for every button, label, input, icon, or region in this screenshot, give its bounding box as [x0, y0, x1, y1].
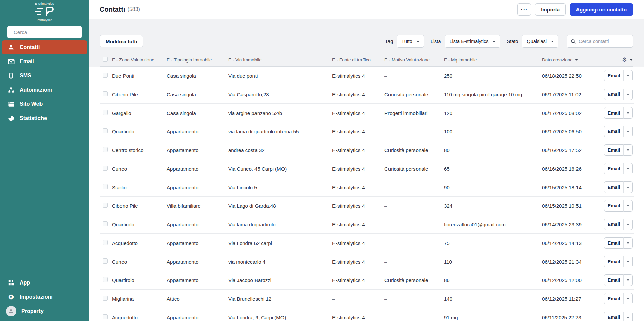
table-row[interactable]: Cuneo Appartamento Via Cuneo, 45 Carpi (… — [100, 159, 634, 178]
sidebar-item-email[interactable]: Email — [2, 54, 87, 69]
email-dropdown-button[interactable] — [623, 293, 633, 304]
table-row[interactable]: Due Ponti Casa singola Via due ponti E-s… — [100, 67, 634, 85]
email-button[interactable]: Email — [604, 219, 624, 230]
row-checkbox[interactable] — [103, 221, 108, 226]
email-button[interactable]: Email — [604, 237, 624, 249]
cell-data-creazione: 06/15/2025 18:14 — [541, 184, 601, 190]
select-all-checkbox[interactable] — [103, 57, 108, 62]
cell-zona-valutazione: Acquedotto — [111, 315, 165, 320]
email-dropdown-button[interactable] — [623, 256, 633, 267]
column-header-tipologia[interactable]: E - Tipologia Immobile — [165, 57, 227, 63]
column-header-mq[interactable]: E - Mq immobile — [442, 57, 541, 63]
email-dropdown-button[interactable] — [623, 107, 633, 119]
email-button[interactable]: Email — [604, 70, 624, 81]
row-checkbox[interactable] — [103, 203, 108, 208]
column-settings-gear-icon[interactable]: ⚙ — [622, 57, 627, 63]
contact-search[interactable] — [567, 35, 633, 48]
row-checkbox[interactable] — [103, 296, 108, 301]
pie-chart-icon — [8, 115, 15, 121]
email-button[interactable]: Email — [604, 312, 624, 321]
column-header-fonte[interactable]: E - Fonte di traffico — [331, 57, 383, 63]
table-row[interactable]: Cibeno Pile Villa bifamiliare Via Lago d… — [100, 197, 634, 215]
email-split-button: Email — [604, 274, 633, 286]
tag-filter-select[interactable]: Tutto — [397, 35, 424, 48]
status-filter-select[interactable]: Qualsiasi — [522, 35, 558, 48]
column-header-via[interactable]: E - Via Immobile — [227, 57, 331, 63]
email-button[interactable]: Email — [604, 293, 624, 304]
email-button[interactable]: Email — [604, 256, 624, 267]
email-button[interactable]: Email — [604, 107, 624, 119]
email-button[interactable]: Email — [604, 274, 624, 286]
sidebar-item-sito-web[interactable]: Sito Web — [2, 97, 87, 111]
table-row[interactable]: Quartirolo Appartamento Via lama di quar… — [100, 215, 634, 234]
import-button[interactable]: Importa — [535, 3, 566, 16]
sidebar: E-stimalytics Portalytics Contatti Email… — [0, 0, 89, 321]
email-button[interactable]: Email — [604, 200, 624, 212]
table-row[interactable]: Gargallo Casa singola via argine panzano… — [100, 104, 634, 122]
chevron-down-icon[interactable] — [630, 59, 633, 61]
sidebar-item-statistiche[interactable]: Statistiche — [2, 111, 87, 125]
table-row[interactable]: Cibeno Pile Casa singola Via Gasparotto,… — [100, 85, 634, 104]
cell-data-creazione: 06/17/2025 08:02 — [541, 110, 601, 116]
row-checkbox[interactable] — [103, 277, 108, 282]
row-checkbox[interactable] — [103, 73, 108, 78]
row-checkbox[interactable] — [103, 110, 108, 115]
row-checkbox[interactable] — [103, 147, 108, 152]
table-row[interactable]: Stadio Appartamento Via Lincoln 5 E-stim… — [100, 178, 634, 197]
email-dropdown-button[interactable] — [623, 274, 633, 286]
table-row[interactable]: Centro storico Appartamento andrea costa… — [100, 141, 634, 159]
sidebar-item-impostazioni[interactable]: ⚙ Impostazioni — [2, 290, 87, 304]
row-checkbox[interactable] — [103, 258, 108, 264]
cell-via-immobile: Via Gasparotto,23 — [227, 92, 331, 97]
row-checkbox[interactable] — [103, 128, 108, 133]
table-row[interactable]: Quartirolo Appartamento via lama di quar… — [100, 122, 634, 141]
email-dropdown-button[interactable] — [623, 126, 633, 137]
sidebar-item-contatti[interactable]: Contatti — [2, 40, 87, 54]
sidebar-item-app[interactable]: App — [2, 276, 87, 290]
cell-via-immobile: Via due ponti — [227, 73, 331, 79]
row-checkbox[interactable] — [103, 166, 108, 171]
sidebar-search[interactable] — [7, 26, 82, 38]
cell-fonte-di-traffico: E-stimalytics 4 — [331, 315, 383, 320]
email-button[interactable]: Email — [604, 89, 624, 100]
cell-mq-immobile: 110 mq singola più il garage 10 mq — [442, 92, 541, 97]
edit-all-button[interactable]: Modifica tutti — [100, 35, 143, 47]
email-dropdown-button[interactable] — [623, 89, 633, 100]
add-contact-button[interactable]: Aggiungi un contatto — [570, 3, 633, 16]
email-dropdown-button[interactable] — [623, 144, 633, 156]
email-dropdown-button[interactable] — [623, 70, 633, 81]
status-filter-value: Qualsiasi — [527, 39, 547, 44]
table-row[interactable]: Quartirolo Appartamento Via Jacopo Baroz… — [100, 271, 634, 290]
table-row[interactable]: Migliarina Attico Via Brunelleschi 12 – … — [100, 290, 634, 308]
email-dropdown-button[interactable] — [623, 312, 633, 321]
email-button[interactable]: Email — [604, 126, 624, 137]
table-row[interactable]: Cuneo Appartamento via montecarlo 4 E-st… — [100, 252, 634, 271]
person-icon — [8, 44, 15, 50]
column-header-motivo[interactable]: E - Motivo Valutazione — [383, 57, 442, 63]
sidebar-item-property[interactable]: Property — [2, 304, 87, 318]
email-dropdown-button[interactable] — [623, 237, 633, 249]
email-button[interactable]: Email — [604, 144, 624, 156]
column-header-data-creazione[interactable]: Data creazione — [541, 57, 601, 63]
row-checkbox[interactable] — [103, 184, 108, 189]
more-options-button[interactable]: ··· — [517, 3, 531, 16]
list-filter-select[interactable]: Lista E-stimalytics — [445, 35, 500, 48]
email-dropdown-button[interactable] — [623, 163, 633, 174]
email-button[interactable]: Email — [604, 181, 624, 193]
contact-search-input[interactable] — [579, 39, 629, 44]
email-dropdown-button[interactable] — [623, 200, 633, 212]
row-checkbox[interactable] — [103, 91, 108, 96]
row-checkbox[interactable] — [103, 240, 108, 245]
cell-mq-immobile: 100 — [442, 129, 541, 134]
email-dropdown-button[interactable] — [623, 181, 633, 193]
cell-data-creazione: 06/18/2025 22:50 — [541, 73, 601, 79]
sidebar-search-input[interactable] — [14, 29, 81, 35]
email-button[interactable]: Email — [604, 163, 624, 174]
row-checkbox[interactable] — [103, 314, 108, 319]
email-dropdown-button[interactable] — [623, 219, 633, 230]
sidebar-item-automazioni[interactable]: Automazioni — [2, 83, 87, 97]
column-header-zona[interactable]: E - Zona Valutazione — [111, 57, 165, 63]
table-row[interactable]: Acquedotto Appartamento Via Londra 62 ca… — [100, 234, 634, 252]
table-row[interactable]: Acquedotto Appartamento Via Londra, 9, C… — [100, 308, 634, 321]
sidebar-item-sms[interactable]: SMS — [2, 69, 87, 83]
